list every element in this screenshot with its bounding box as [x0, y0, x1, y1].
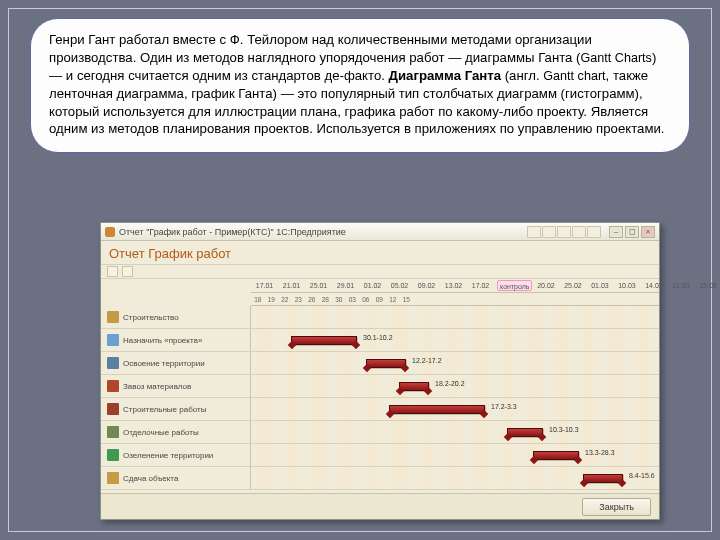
gantt-rows: СтроительствоНазначить «проекта»30.1-10.…: [101, 306, 659, 490]
task-name: Строительные работы: [123, 405, 206, 414]
tool-icon[interactable]: [107, 266, 118, 277]
bar-date-label: 12.2-17.2: [412, 357, 442, 364]
date-cell: 25.01: [305, 282, 332, 289]
app-icon: [105, 227, 115, 237]
task-icon: [107, 472, 119, 484]
task-name: Отделочные работы: [123, 428, 199, 437]
report-title: Отчет График работ: [101, 241, 659, 265]
task-label[interactable]: Сдача объекта: [101, 467, 251, 489]
date-cell: 09.02: [413, 282, 440, 289]
gantt-bar[interactable]: [533, 451, 579, 460]
date-cell: 13.02: [440, 282, 467, 289]
task-icon: [107, 311, 119, 323]
date-cell: 25.02: [559, 282, 586, 289]
task-icon: [107, 426, 119, 438]
task-label[interactable]: Озеленение территории: [101, 444, 251, 466]
task-name: Назначить «проекта»: [123, 336, 202, 345]
subdate-cell: 26: [305, 296, 319, 303]
bar-date-label: 10.3-10.3: [549, 426, 579, 433]
timeline-header: 17.0121.0125.0129.0101.0205.0209.0213.02…: [251, 279, 659, 293]
secondary-toolbar: [101, 265, 659, 279]
bar-date-label: 8.4-15.6: [629, 472, 655, 479]
subdate-cell: 03: [346, 296, 360, 303]
subdate-cell: 18: [251, 296, 265, 303]
subdate-cell: 15: [400, 296, 414, 303]
task-icon: [107, 380, 119, 392]
window-titlebar[interactable]: Отчет "График работ - Пример(КТС)" 1С:Пр…: [101, 223, 659, 241]
task-name: Строительство: [123, 313, 179, 322]
window-footer: Закрыть: [101, 493, 659, 519]
bar-date-label: 30.1-10.2: [363, 334, 393, 341]
timeline-subheader: 181922232628300306091215: [251, 293, 659, 306]
task-label[interactable]: Строительные работы: [101, 398, 251, 420]
task-label[interactable]: Строительство: [101, 306, 251, 328]
gantt-bar[interactable]: [291, 336, 357, 345]
task-name: Озеленение территории: [123, 451, 213, 460]
window-title: Отчет "График работ - Пример(КТС)" 1С:Пр…: [119, 227, 346, 237]
gantt-bar[interactable]: [583, 474, 623, 483]
subdate-cell: 28: [319, 296, 333, 303]
date-cell: 21.01: [278, 282, 305, 289]
bar-date-label: 17.2-3.3: [491, 403, 517, 410]
task-row: Завоз материалов18.2-20.2: [101, 375, 659, 398]
close-window-button[interactable]: ×: [641, 226, 655, 238]
task-track: [251, 306, 659, 328]
subdate-cell: 23: [292, 296, 306, 303]
date-cell: 10.03: [613, 282, 640, 289]
date-cell: 05.02: [386, 282, 413, 289]
subdate-cell: 22: [278, 296, 292, 303]
task-track: 8.4-15.6: [251, 467, 659, 489]
task-row: Отделочные работы10.3-10.3: [101, 421, 659, 444]
task-row: Строительство: [101, 306, 659, 329]
date-cell: 15.03: [694, 282, 720, 289]
maximize-button[interactable]: ◻: [625, 226, 639, 238]
subdate-cell: 09: [373, 296, 387, 303]
tool-icon[interactable]: [122, 266, 133, 277]
gantt-app-window: Отчет "График работ - Пример(КТС)" 1С:Пр…: [100, 222, 660, 520]
task-label[interactable]: Отделочные работы: [101, 421, 251, 443]
bar-date-label: 18.2-20.2: [435, 380, 465, 387]
task-icon: [107, 403, 119, 415]
task-row: Сдача объекта8.4-15.6: [101, 467, 659, 490]
task-label[interactable]: Завоз материалов: [101, 375, 251, 397]
task-name: Сдача объекта: [123, 474, 178, 483]
subdate-cell: 12: [386, 296, 400, 303]
date-cell: 20.02: [532, 282, 559, 289]
subdate-cell: 19: [265, 296, 279, 303]
close-button[interactable]: Закрыть: [582, 498, 651, 516]
task-row: Освоение территории12.2-17.2: [101, 352, 659, 375]
task-name: Освоение территории: [123, 359, 205, 368]
date-cell: 17.02: [467, 282, 494, 289]
task-row: Назначить «проекта»30.1-10.2: [101, 329, 659, 352]
task-label[interactable]: Назначить «проекта»: [101, 329, 251, 351]
description-text: Генри Гант работал вместе с Ф. Тейлором …: [30, 18, 690, 153]
date-cell: 11.03: [667, 282, 694, 289]
task-icon: [107, 449, 119, 461]
task-icon: [107, 334, 119, 346]
task-label[interactable]: Освоение территории: [101, 352, 251, 374]
control-tag: контроль: [497, 280, 532, 291]
date-cell: 14.03: [640, 282, 667, 289]
date-cell: 01.02: [359, 282, 386, 289]
task-track: 13.3-28.3: [251, 444, 659, 466]
task-track: 12.2-17.2: [251, 352, 659, 374]
task-icon: [107, 357, 119, 369]
task-row: Строительные работы17.2-3.3: [101, 398, 659, 421]
date-cell: 17.01: [251, 282, 278, 289]
task-track: 18.2-20.2: [251, 375, 659, 397]
subdate-cell: 06: [359, 296, 373, 303]
gantt-bar[interactable]: [366, 359, 406, 368]
gantt-bar[interactable]: [389, 405, 485, 414]
date-cell: 29.01: [332, 282, 359, 289]
task-row: Озеленение территории13.3-28.3: [101, 444, 659, 467]
task-track: 17.2-3.3: [251, 398, 659, 420]
date-cell: 01.03: [586, 282, 613, 289]
task-track: 30.1-10.2: [251, 329, 659, 351]
subdate-cell: 30: [332, 296, 346, 303]
titlebar-tools: [527, 226, 601, 238]
task-name: Завоз материалов: [123, 382, 191, 391]
bar-date-label: 13.3-28.3: [585, 449, 615, 456]
task-track: 10.3-10.3: [251, 421, 659, 443]
minimize-button[interactable]: –: [609, 226, 623, 238]
